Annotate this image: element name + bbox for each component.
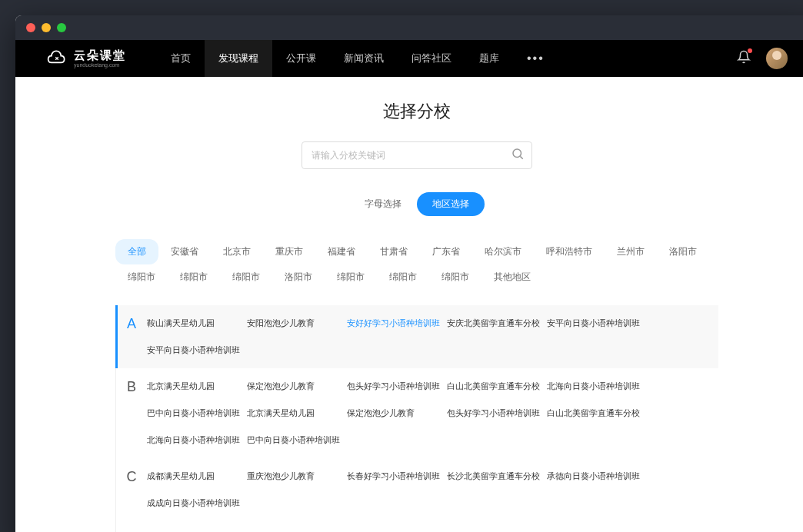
maximize-window-button[interactable]	[57, 23, 66, 32]
school-item[interactable]: 白山北美留学直通车分校	[447, 373, 547, 400]
school-item[interactable]: 鞍山满天星幼儿园	[147, 310, 247, 337]
school-item[interactable]: 成都满天星幼儿园	[147, 463, 247, 490]
region-filter-item[interactable]: 洛阳市	[657, 239, 709, 264]
school-item[interactable]: 安庆北美留学直通车分校	[447, 310, 547, 337]
group-schools: 鞍山满天星幼儿园安阳泡泡少儿教育安好好学习小语种培训班安庆北美留学直通车分校安平…	[147, 305, 718, 368]
nav-item[interactable]: 题库	[465, 40, 513, 77]
school-item[interactable]: 巴中向日葵小语种培训班	[147, 400, 247, 427]
region-filter-item[interactable]: 绵阳市	[220, 264, 272, 290]
notification-bell[interactable]	[737, 50, 751, 67]
logo-icon	[46, 48, 68, 69]
school-group: D大同满天星幼儿园丹东泡泡少儿教育大连好学习小语种培训班大洋北美留学直通车分校达…	[115, 521, 718, 532]
school-item[interactable]: 长沙北美留学直通车分校	[447, 463, 547, 490]
user-avatar[interactable]	[766, 48, 788, 69]
group-letter: D	[116, 521, 147, 532]
school-group: B北京满天星幼儿园保定泡泡少儿教育包头好学习小语种培训班白山北美留学直通车分校北…	[115, 368, 718, 458]
school-group: C成都满天星幼儿园重庆泡泡少儿教育长春好学习小语种培训班长沙北美留学直通车分校承…	[115, 458, 718, 521]
school-item[interactable]: 大同满天星幼儿园	[147, 526, 247, 532]
school-item[interactable]: 重庆泡泡少儿教育	[247, 463, 347, 490]
region-filter-item[interactable]: 兰州市	[605, 239, 657, 264]
group-schools: 大同满天星幼儿园丹东泡泡少儿教育大连好学习小语种培训班大洋北美留学直通车分校达州…	[147, 521, 718, 532]
school-item[interactable]: 包头好学习小语种培训班	[347, 373, 447, 400]
region-filter-item[interactable]: 全部	[115, 239, 158, 264]
search-box	[302, 141, 532, 169]
notification-dot	[748, 48, 752, 53]
region-filter-item[interactable]: 哈尔滨市	[472, 239, 534, 264]
region-filter-item[interactable]: 绵阳市	[429, 264, 481, 290]
nav-item[interactable]: 问答社区	[398, 40, 465, 77]
filter-tab[interactable]: 地区选择	[417, 192, 485, 216]
school-item[interactable]: 成成向日葵小语种培训班	[147, 490, 247, 517]
school-item[interactable]: 北海向日葵小语种培训班	[547, 373, 647, 400]
titlebar	[15, 15, 803, 40]
filter-tabs: 字母选择地区选择	[15, 192, 803, 216]
region-filter-item[interactable]: 绵阳市	[377, 264, 429, 290]
logo[interactable]: 云朵课堂 yunduoketang.com	[46, 48, 126, 69]
search-icon[interactable]	[511, 147, 525, 164]
school-item[interactable]: 白山北美留学直通车分校	[547, 400, 647, 427]
region-filter-item[interactable]: 呼和浩特市	[534, 239, 605, 264]
region-filter-item[interactable]: 广东省	[420, 239, 472, 264]
logo-title: 云朵课堂	[74, 49, 126, 61]
school-item[interactable]: 大洋北美留学直通车分校	[447, 526, 547, 532]
school-item[interactable]: 长春好学习小语种培训班	[347, 463, 447, 490]
group-letter: B	[116, 368, 147, 458]
school-item[interactable]: 安阳泡泡少儿教育	[247, 310, 347, 337]
school-item[interactable]: 保定泡泡少儿教育	[247, 373, 347, 400]
nav-item[interactable]: 新闻资讯	[330, 40, 398, 77]
region-filter-item[interactable]: 绵阳市	[325, 264, 377, 290]
content-area: 选择分校 字母选择地区选择 全部安徽省北京市重庆市福建省甘肃省广东省哈尔滨市呼和…	[15, 77, 803, 532]
group-schools: 北京满天星幼儿园保定泡泡少儿教育包头好学习小语种培训班白山北美留学直通车分校北海…	[147, 368, 718, 458]
close-window-button[interactable]	[26, 23, 35, 32]
school-item[interactable]: 安平向日葵小语种培训班	[147, 337, 247, 364]
school-item[interactable]: 巴中向日葵小语种培训班	[247, 427, 347, 454]
logo-subtitle: yunduoketang.com	[74, 62, 126, 68]
school-item[interactable]: 北京满天星幼儿园	[247, 400, 347, 427]
region-filter-item[interactable]: 北京市	[211, 239, 263, 264]
school-group: A鞍山满天星幼儿园安阳泡泡少儿教育安好好学习小语种培训班安庆北美留学直通车分校安…	[115, 305, 718, 368]
region-filter-item[interactable]: 绵阳市	[168, 264, 220, 290]
filter-tab[interactable]: 字母选择	[349, 192, 417, 216]
svg-line-1	[520, 156, 522, 158]
school-item[interactable]: 安平向日葵小语种培训班	[547, 310, 647, 337]
region-filter-item[interactable]: 其他地区	[481, 264, 543, 290]
school-item[interactable]: 承德向日葵小语种培训班	[547, 463, 647, 490]
nav-more-button[interactable]: •••	[513, 52, 558, 65]
region-filter-item[interactable]: 安徽省	[158, 239, 211, 264]
region-filter-item[interactable]: 绵阳市	[115, 264, 168, 290]
app-window: 云朵课堂 yunduoketang.com 首页发现课程公开课新闻资讯问答社区题…	[15, 15, 803, 532]
region-filter: 全部安徽省北京市重庆市福建省甘肃省广东省哈尔滨市呼和浩特市兰州市洛阳市绵阳市绵阳…	[15, 239, 803, 290]
nav-item[interactable]: 首页	[157, 40, 205, 77]
nav-item[interactable]: 公开课	[272, 40, 330, 77]
group-schools: 成都满天星幼儿园重庆泡泡少儿教育长春好学习小语种培训班长沙北美留学直通车分校承德…	[147, 458, 718, 521]
region-filter-item[interactable]: 福建省	[315, 239, 368, 264]
search-input[interactable]	[302, 141, 532, 169]
top-navigation: 云朵课堂 yunduoketang.com 首页发现课程公开课新闻资讯问答社区题…	[15, 40, 803, 77]
region-filter-item[interactable]: 甘肃省	[368, 239, 420, 264]
school-list: A鞍山满天星幼儿园安阳泡泡少儿教育安好好学习小语种培训班安庆北美留学直通车分校安…	[15, 305, 803, 532]
school-item[interactable]: 大连好学习小语种培训班	[347, 526, 447, 532]
school-item[interactable]: 北海向日葵小语种培训班	[147, 427, 247, 454]
school-item[interactable]: 丹东泡泡少儿教育	[247, 526, 347, 532]
region-filter-item[interactable]: 重庆市	[263, 239, 315, 264]
minimize-window-button[interactable]	[42, 23, 51, 32]
nav-item[interactable]: 发现课程	[205, 40, 272, 77]
school-item[interactable]: 达州向日葵小语种培训班	[547, 526, 647, 532]
school-item[interactable]: 北京满天星幼儿园	[147, 373, 247, 400]
school-item[interactable]: 安好好学习小语种培训班	[347, 310, 447, 337]
region-filter-item[interactable]: 洛阳市	[272, 264, 325, 290]
school-item[interactable]: 包头好学习小语种培训班	[447, 400, 547, 427]
page-title: 选择分校	[15, 100, 803, 123]
group-letter: C	[116, 458, 147, 521]
school-item[interactable]: 保定泡泡少儿教育	[347, 400, 447, 427]
nav-items: 首页发现课程公开课新闻资讯问答社区题库	[157, 40, 513, 77]
group-letter: A	[116, 305, 147, 368]
svg-point-0	[513, 149, 521, 158]
